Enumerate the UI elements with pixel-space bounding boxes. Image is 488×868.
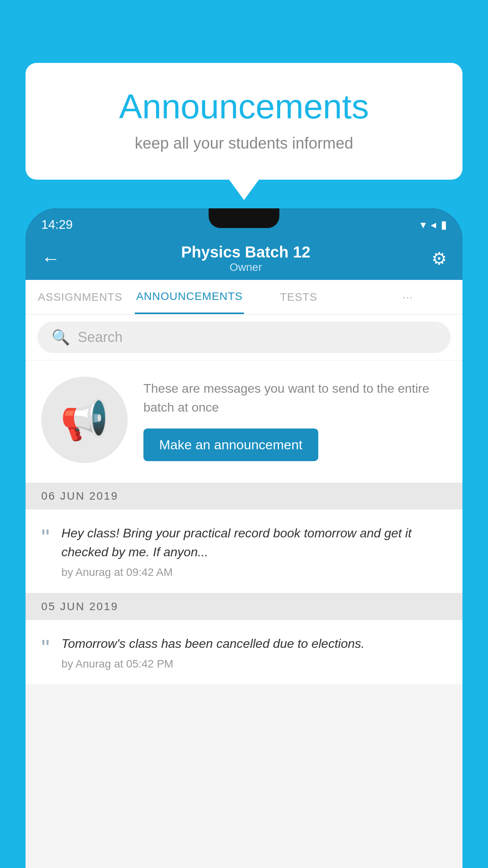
back-button[interactable]: ← xyxy=(41,248,60,269)
tab-tests[interactable]: TESTS xyxy=(244,280,353,314)
search-box[interactable]: 🔍 Search xyxy=(37,322,451,353)
announcement-content-1: Hey class! Bring your practical record b… xyxy=(61,524,447,579)
signal-icon: ◂ xyxy=(431,218,436,231)
tab-more[interactable]: ··· xyxy=(353,280,462,314)
date-separator-1: 06 JUN 2019 xyxy=(26,483,462,509)
quote-icon-2: " xyxy=(41,636,50,660)
owner-label: Owner xyxy=(181,261,310,274)
content-area: 🔍 Search 📢 These are messages you want t… xyxy=(26,314,462,868)
gear-icon[interactable]: ⚙ xyxy=(431,248,447,268)
tab-assignments[interactable]: ASSIGNMENTS xyxy=(26,280,135,314)
make-announcement-button[interactable]: Make an announcement xyxy=(143,428,318,461)
promo-text: These are messages you want to send to t… xyxy=(143,379,447,461)
wifi-icon: ▾ xyxy=(420,218,426,231)
promo-description: These are messages you want to send to t… xyxy=(143,379,447,417)
bubble-title: Announcements xyxy=(57,86,431,127)
tabs-bar: ASSIGNMENTS ANNOUNCEMENTS TESTS ··· xyxy=(26,280,462,314)
promo-icon-circle: 📢 xyxy=(41,377,128,463)
announcement-text-2: Tomorrow's class has been cancelled due … xyxy=(61,634,447,653)
tab-announcements[interactable]: ANNOUNCEMENTS xyxy=(135,280,244,314)
promo-box: 📢 These are messages you want to send to… xyxy=(26,361,462,483)
search-placeholder: Search xyxy=(78,329,123,346)
status-icons: ▾ ◂ ▮ xyxy=(420,218,447,231)
speech-bubble-section: Announcements keep all your students inf… xyxy=(26,63,462,180)
announcement-meta-2: by Anurag at 05:42 PM xyxy=(61,658,447,670)
app-bar-title: Physics Batch 12 Owner xyxy=(181,243,310,274)
speech-bubble: Announcements keep all your students inf… xyxy=(26,63,462,180)
announcement-content-2: Tomorrow's class has been cancelled due … xyxy=(61,634,447,670)
status-time: 14:29 xyxy=(41,217,73,232)
search-icon: 🔍 xyxy=(51,329,70,346)
bubble-subtitle: keep all your students informed xyxy=(57,134,431,152)
phone-mockup: 14:29 ▾ ◂ ▮ ← Physics Batch 12 Owner ⚙ A… xyxy=(26,208,462,868)
phone-inner: 14:29 ▾ ◂ ▮ ← Physics Batch 12 Owner ⚙ A… xyxy=(26,208,462,868)
announcement-text-1: Hey class! Bring your practical record b… xyxy=(61,524,447,561)
battery-icon: ▮ xyxy=(441,218,447,231)
app-bar: ← Physics Batch 12 Owner ⚙ xyxy=(26,237,462,280)
announcement-meta-1: by Anurag at 09:42 AM xyxy=(61,566,447,579)
search-container: 🔍 Search xyxy=(26,314,462,360)
batch-name: Physics Batch 12 xyxy=(181,243,310,261)
quote-icon-1: " xyxy=(41,526,50,550)
announcement-item-2: " Tomorrow's class has been cancelled du… xyxy=(26,620,462,685)
phone-notch xyxy=(209,208,279,228)
announcement-item-1: " Hey class! Bring your practical record… xyxy=(26,509,462,593)
megaphone-icon: 📢 xyxy=(60,397,109,443)
date-separator-2: 05 JUN 2019 xyxy=(26,593,462,620)
